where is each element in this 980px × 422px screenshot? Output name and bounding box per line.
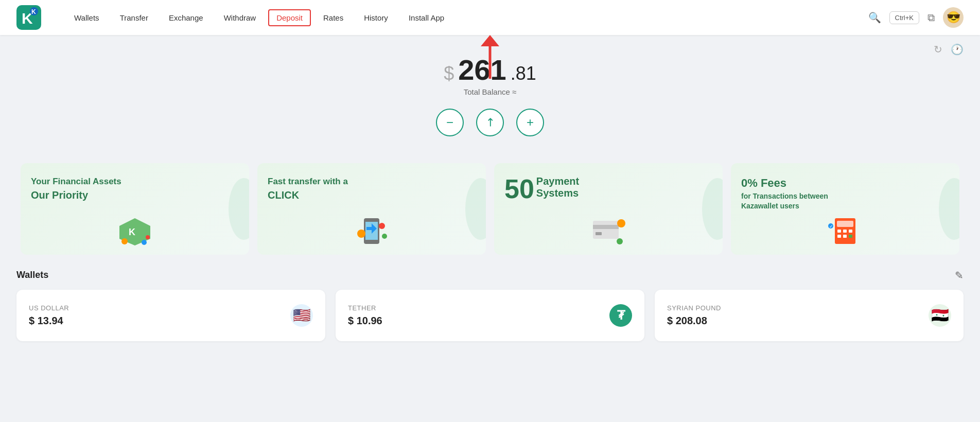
wallet-info-usd: US DOLLAR $ 13.94 [29, 304, 69, 327]
wallet-card-tether[interactable]: TETHER $ 10.96 ₮ [336, 290, 644, 341]
nav-transfer[interactable]: Transfer [112, 9, 156, 26]
withdraw-button[interactable]: − [436, 109, 464, 136]
wallet-name-syp: SYRIAN POUND [667, 304, 721, 312]
banner-fast-transfer-image [268, 216, 476, 247]
wallet-name-tether: TETHER [348, 304, 382, 312]
svg-point-22 [617, 238, 623, 244]
wallet-amount-tether: $ 10.96 [348, 315, 382, 327]
banner-payment-systems-image [504, 216, 712, 247]
wallet-info-tether: TETHER $ 10.96 [348, 304, 382, 327]
copy-icon[interactable]: ⧉ [927, 12, 935, 24]
banner-fast-transfer-title: Fast transfer with a CLICK [268, 175, 476, 202]
transfer-button[interactable]: ↗ [476, 109, 504, 136]
nav-withdraw[interactable]: Withdraw [216, 9, 265, 26]
main-nav: Wallets Transfer Exchange Withdraw Depos… [66, 9, 868, 26]
svg-rect-30 [849, 235, 852, 238]
svg-rect-29 [843, 235, 847, 238]
svg-point-10 [142, 240, 147, 245]
svg-rect-25 [837, 230, 841, 233]
svg-text:K: K [129, 227, 135, 237]
wallet-info-syp: SYRIAN POUND $ 208.08 [667, 304, 721, 327]
refresh-icon[interactable]: ↻ [934, 43, 942, 56]
wallet-flag-tether: ₮ [609, 304, 632, 327]
svg-text:✓: ✓ [829, 224, 833, 229]
payment-illustration [588, 216, 629, 247]
svg-text:K: K [31, 8, 36, 15]
keyboard-shortcut[interactable]: Ctrl+K [889, 11, 919, 24]
wallets-edit-icon[interactable]: ✎ [955, 269, 964, 282]
svg-point-21 [617, 219, 625, 227]
history-clock-icon[interactable]: 🕐 [951, 43, 964, 56]
svg-rect-24 [837, 221, 853, 227]
wallet-flag-usd: 🇺🇸 [290, 304, 313, 327]
balance-section: ↻ 🕐 $ 261 .81 Total Balance ≈ [0, 35, 980, 153]
svg-point-15 [379, 223, 385, 229]
balance-decimal: .81 [511, 63, 536, 84]
svg-rect-27 [849, 230, 852, 233]
svg-point-14 [357, 230, 365, 238]
wallet-card-syp[interactable]: SYRIAN POUND $ 208.08 🇸🇾 [655, 290, 964, 341]
deposit-button[interactable]: + [516, 109, 544, 136]
svg-rect-18 [593, 221, 619, 239]
app-logo[interactable]: K K [16, 5, 41, 30]
wallets-section: Wallets ✎ US DOLLAR $ 13.94 🇺🇸 TETHER $ … [0, 269, 980, 341]
banner-zero-fees-image: ✓ [741, 216, 949, 247]
balance-label: Total Balance ≈ [464, 87, 516, 96]
nav-history[interactable]: History [356, 9, 396, 26]
svg-rect-26 [843, 230, 847, 233]
svg-rect-20 [596, 232, 602, 235]
wallet-flag-syp: 🇸🇾 [929, 304, 951, 327]
banner-priority-image: K [31, 216, 239, 247]
minus-icon: − [446, 115, 453, 130]
svg-point-9 [121, 238, 128, 244]
action-buttons: − ↗ + [436, 109, 544, 136]
shield-illustration: K [114, 216, 155, 247]
nav-exchange[interactable]: Exchange [161, 9, 212, 26]
wallet-amount-syp: $ 208.08 [667, 315, 721, 327]
header-right: 🔍 Ctrl+K ⧉ 😎 [868, 7, 964, 28]
svg-rect-19 [593, 225, 619, 229]
banner-priority-text: Your Financial Assets Our Priority [31, 175, 239, 202]
svg-point-16 [382, 234, 387, 239]
svg-marker-6 [481, 35, 499, 46]
top-right-icons: ↻ 🕐 [934, 43, 964, 56]
arrow-up-right-icon: ↗ [482, 114, 498, 130]
banner-zero-fees[interactable]: 0% Fees for Transactions between Kazawal… [731, 163, 959, 255]
nav-install-app[interactable]: Install App [400, 9, 452, 26]
nav-wallets[interactable]: Wallets [66, 9, 108, 26]
main-content: ↻ 🕐 $ 261 .81 Total Balance ≈ [0, 35, 980, 341]
nav-deposit[interactable]: Deposit [268, 9, 311, 26]
wallet-card-usd[interactable]: US DOLLAR $ 13.94 🇺🇸 [16, 290, 325, 341]
app-header: K K Wallets Transfer Exchange Withdraw D… [0, 0, 980, 35]
calculator-illustration: ✓ [825, 216, 866, 247]
plus-icon: + [527, 115, 534, 130]
wallet-name-usd: US DOLLAR [29, 304, 69, 312]
wallets-title: Wallets [16, 270, 48, 280]
svg-rect-28 [837, 235, 841, 238]
wallet-amount-usd: $ 13.94 [29, 315, 69, 327]
search-icon[interactable]: 🔍 [868, 11, 881, 24]
banner-priority[interactable]: Your Financial Assets Our Priority K [21, 163, 249, 255]
banner-priority-title: Your Financial Assets Our Priority [31, 175, 239, 202]
banner-zero-fees-title: 0% Fees for Transactions between Kazawal… [741, 175, 949, 212]
banner-payment-systems[interactable]: 50 Payment Systems [494, 163, 723, 255]
banner-zero-fees-text: 0% Fees for Transactions between Kazawal… [741, 175, 949, 212]
avatar[interactable]: 😎 [943, 7, 964, 28]
banner-payment-systems-text: 50 Payment Systems [504, 175, 712, 202]
nav-rates[interactable]: Rates [315, 9, 352, 26]
balance-currency-symbol: $ [444, 63, 454, 84]
mobile-illustration [351, 216, 392, 247]
wallet-cards: US DOLLAR $ 13.94 🇺🇸 TETHER $ 10.96 ₮ [16, 290, 964, 341]
wallets-header: Wallets ✎ [16, 269, 964, 282]
banner-fast-transfer[interactable]: Fast transfer with a CLICK [257, 163, 486, 255]
balance-integer: 261 [458, 56, 506, 84]
balance-amount: $ 261 .81 [444, 56, 536, 84]
banners-section: Your Financial Assets Our Priority K [0, 153, 980, 265]
svg-point-11 [146, 235, 150, 239]
banner-fast-transfer-text: Fast transfer with a CLICK [268, 175, 476, 202]
logo-icon: K K [16, 5, 41, 30]
